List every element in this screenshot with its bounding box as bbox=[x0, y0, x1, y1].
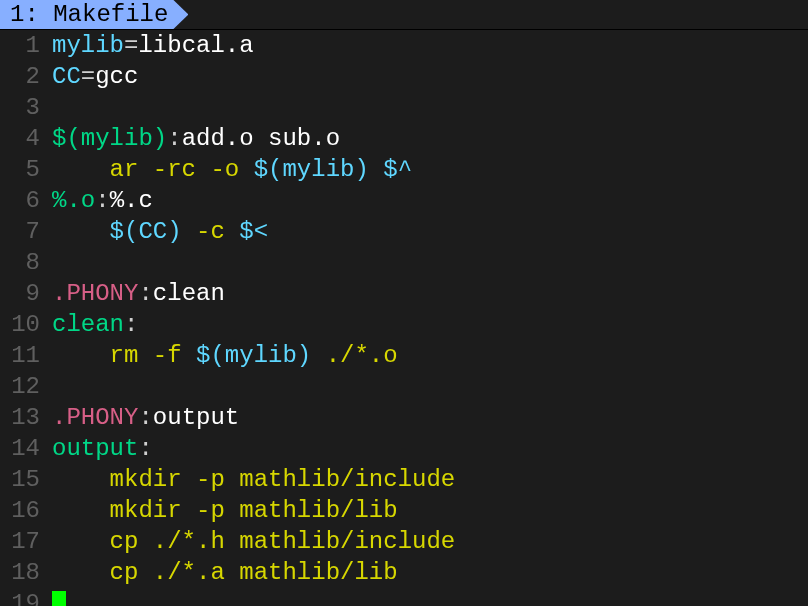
line-number: 9 bbox=[0, 278, 52, 309]
line-content: %.o:%.c bbox=[52, 185, 808, 216]
code-line[interactable]: 3 bbox=[0, 92, 808, 123]
code-line[interactable]: 11 rm -f $(mylib) ./*.o bbox=[0, 340, 808, 371]
code-line[interactable]: 10clean: bbox=[0, 309, 808, 340]
line-content: output: bbox=[52, 433, 808, 464]
code-line[interactable]: 19 bbox=[0, 588, 808, 606]
line-number: 4 bbox=[0, 123, 52, 154]
line-number: 2 bbox=[0, 61, 52, 92]
line-content: $(mylib):add.o sub.o bbox=[52, 123, 808, 154]
line-content: cp ./*.a mathlib/lib bbox=[52, 557, 808, 588]
code-line[interactable]: 18 cp ./*.a mathlib/lib bbox=[0, 557, 808, 588]
line-number: 17 bbox=[0, 526, 52, 557]
code-line[interactable]: 15 mkdir -p mathlib/include bbox=[0, 464, 808, 495]
code-line[interactable]: 6%.o:%.c bbox=[0, 185, 808, 216]
line-content: mylib=libcal.a bbox=[52, 30, 808, 61]
code-line[interactable]: 7 $(CC) -c $< bbox=[0, 216, 808, 247]
line-number: 8 bbox=[0, 247, 52, 278]
code-line[interactable]: 1mylib=libcal.a bbox=[0, 30, 808, 61]
line-number: 11 bbox=[0, 340, 52, 371]
code-line[interactable]: 13.PHONY:output bbox=[0, 402, 808, 433]
tab-bar: 1: Makefile bbox=[0, 0, 808, 30]
code-line[interactable]: 5 ar -rc -o $(mylib) $^ bbox=[0, 154, 808, 185]
line-number: 14 bbox=[0, 433, 52, 464]
line-content: $(CC) -c $< bbox=[52, 216, 808, 247]
code-line[interactable]: 12 bbox=[0, 371, 808, 402]
line-number: 5 bbox=[0, 154, 52, 185]
code-line[interactable]: 8 bbox=[0, 247, 808, 278]
code-line[interactable]: 17 cp ./*.h mathlib/include bbox=[0, 526, 808, 557]
code-line[interactable]: 9.PHONY:clean bbox=[0, 278, 808, 309]
line-content: clean: bbox=[52, 309, 808, 340]
code-line[interactable]: 14output: bbox=[0, 433, 808, 464]
line-number: 6 bbox=[0, 185, 52, 216]
line-number: 3 bbox=[0, 92, 52, 123]
tab-makefile[interactable]: 1: Makefile bbox=[0, 0, 188, 29]
line-content: rm -f $(mylib) ./*.o bbox=[52, 340, 808, 371]
line-content: mkdir -p mathlib/lib bbox=[52, 495, 808, 526]
line-content: CC=gcc bbox=[52, 61, 808, 92]
code-line[interactable]: 2CC=gcc bbox=[0, 61, 808, 92]
line-number: 1 bbox=[0, 30, 52, 61]
tab-label: 1: Makefile bbox=[10, 0, 168, 30]
line-content: ar -rc -o $(mylib) $^ bbox=[52, 154, 808, 185]
line-number: 12 bbox=[0, 371, 52, 402]
line-number: 15 bbox=[0, 464, 52, 495]
line-number: 19 bbox=[0, 588, 52, 606]
editor[interactable]: 1mylib=libcal.a2CC=gcc34$(mylib):add.o s… bbox=[0, 30, 808, 606]
line-number: 16 bbox=[0, 495, 52, 526]
line-content bbox=[52, 588, 808, 606]
line-content: mkdir -p mathlib/include bbox=[52, 464, 808, 495]
cursor bbox=[52, 591, 66, 606]
line-number: 13 bbox=[0, 402, 52, 433]
code-line[interactable]: 16 mkdir -p mathlib/lib bbox=[0, 495, 808, 526]
line-content: .PHONY:output bbox=[52, 402, 808, 433]
line-content: cp ./*.h mathlib/include bbox=[52, 526, 808, 557]
line-number: 7 bbox=[0, 216, 52, 247]
line-number: 18 bbox=[0, 557, 52, 588]
line-content: .PHONY:clean bbox=[52, 278, 808, 309]
line-number: 10 bbox=[0, 309, 52, 340]
code-line[interactable]: 4$(mylib):add.o sub.o bbox=[0, 123, 808, 154]
